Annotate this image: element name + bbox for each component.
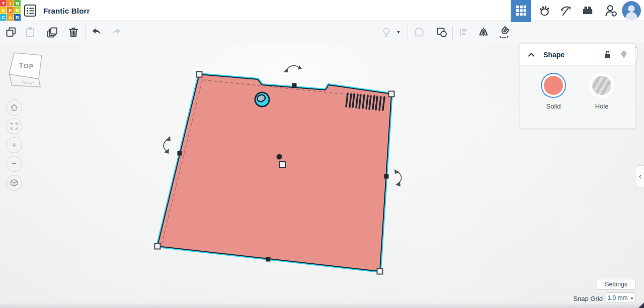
undo-button[interactable] xyxy=(87,22,107,43)
home-view-button[interactable] xyxy=(6,99,22,116)
logo-tile: R xyxy=(14,7,21,14)
undo-icon xyxy=(91,26,103,38)
chevron-up-icon xyxy=(527,50,536,59)
sim-lab-button[interactable] xyxy=(534,0,555,21)
design-title[interactable]: Frantic Blorr xyxy=(43,0,90,21)
ungroup-icon xyxy=(436,26,448,38)
shape-panel-body: Solid Hole xyxy=(520,66,635,128)
unlock-icon[interactable] xyxy=(602,49,613,60)
home-icon xyxy=(10,103,19,112)
bottom-right-corner-wedge xyxy=(638,302,644,308)
hole-option[interactable]: Hole xyxy=(586,73,617,128)
active-tab-indicator xyxy=(511,20,531,22)
view-cube[interactable]: TOP FRONT xyxy=(5,49,50,96)
view-cube-top-label: TOP xyxy=(19,62,34,71)
zoom-in-button[interactable]: + xyxy=(6,137,22,153)
settings-button[interactable]: Settings xyxy=(597,279,635,290)
toolbar-divider xyxy=(408,26,408,39)
logo-tile: D xyxy=(14,14,21,21)
top-bar: T I N K E R C A D Frantic Blorr xyxy=(0,0,644,21)
ungroup-button[interactable] xyxy=(432,22,452,43)
snap-grid-label: Snap Grid xyxy=(557,295,603,302)
rotate-handle-top[interactable] xyxy=(283,65,302,72)
lightbulb-icon[interactable] xyxy=(619,49,629,60)
group-button[interactable] xyxy=(409,22,429,43)
duplicate-button[interactable] xyxy=(42,22,62,43)
solid-swatch-ring xyxy=(541,73,566,98)
hole-label: Hole xyxy=(595,102,609,110)
solid-option[interactable]: Solid xyxy=(538,73,569,128)
mirror-button[interactable] xyxy=(473,22,494,43)
mirror-icon xyxy=(477,26,490,38)
logo-tile: E xyxy=(7,7,14,14)
ortho-cube-icon xyxy=(10,178,19,187)
solid-label: Solid xyxy=(546,102,561,110)
center-handle[interactable] xyxy=(279,161,285,167)
group-icon xyxy=(413,26,425,38)
align-icon xyxy=(457,26,469,38)
caret-up-icon: ▲ xyxy=(630,296,634,299)
fit-view-icon xyxy=(10,122,19,131)
copy-button[interactable] xyxy=(1,22,21,43)
hole-swatch-ring xyxy=(589,73,614,98)
hole-swatch-fill xyxy=(592,76,611,95)
copy-icon xyxy=(5,26,17,38)
minus-icon: − xyxy=(12,159,17,169)
redo-icon xyxy=(110,26,122,38)
chevron-left-icon: ‹ xyxy=(639,172,641,181)
brick-icon xyxy=(581,4,594,17)
logo-tile: C xyxy=(0,14,7,21)
minecraft-button[interactable] xyxy=(555,0,576,21)
tinkercad-logo[interactable]: T I N K E R C A D xyxy=(0,0,21,21)
zoom-out-button[interactable]: − xyxy=(6,156,22,172)
redo-button[interactable] xyxy=(106,22,126,43)
account-avatar[interactable] xyxy=(620,0,642,21)
design-properties-button[interactable] xyxy=(23,4,37,18)
shape-panel-header: Shape xyxy=(520,44,635,66)
toolbar-divider xyxy=(85,26,86,39)
logo-tile: K xyxy=(0,7,7,14)
person-add-icon xyxy=(604,4,618,18)
invite-people-button[interactable] xyxy=(600,0,621,21)
perspective-toggle-button[interactable] xyxy=(6,175,22,191)
collapse-panel-button[interactable] xyxy=(526,50,536,60)
edit-toolbar: ▼ Import Expo xyxy=(0,22,644,43)
snap-magnet-button[interactable] xyxy=(495,22,515,43)
duplicate-icon xyxy=(46,26,58,38)
paw-icon xyxy=(538,4,551,17)
align-button[interactable] xyxy=(453,22,473,43)
rotate-handle-left[interactable] xyxy=(164,136,171,154)
bottom-shadow xyxy=(0,302,644,308)
snap-grid-value: 1.0 mm xyxy=(608,294,628,301)
paste-icon xyxy=(24,26,36,38)
logo-tile: T xyxy=(0,0,7,7)
shape-hole xyxy=(255,92,269,107)
lego-button[interactable] xyxy=(577,0,598,21)
magnet-icon xyxy=(498,26,511,39)
logo-tile: I xyxy=(7,0,14,7)
tinkercad-app: { "app": { "title": "Frantic Blorr" }, "… xyxy=(0,0,644,308)
logo-tile: N xyxy=(14,0,21,7)
dashboard-button[interactable] xyxy=(511,0,531,21)
caret-down-icon: ▼ xyxy=(396,30,401,35)
shape-inspector-panel: Shape Solid Hole xyxy=(520,43,635,128)
trash-icon xyxy=(67,26,79,38)
rotate-handle-right[interactable] xyxy=(394,169,401,186)
avatar-icon xyxy=(622,1,641,20)
pickaxe-icon xyxy=(559,4,572,17)
shape-panel-title: Shape xyxy=(543,51,565,59)
show-hidden-dropdown[interactable]: ▼ xyxy=(392,22,405,43)
lightbulb-icon xyxy=(380,26,392,38)
plus-icon: + xyxy=(12,140,17,150)
fit-view-button[interactable] xyxy=(6,118,22,134)
logo-tile: A xyxy=(7,14,14,21)
list-icon xyxy=(23,4,37,18)
toolbar-divider xyxy=(452,26,453,39)
delete-button[interactable] xyxy=(63,22,84,43)
solid-swatch-fill xyxy=(544,76,563,95)
sidebar-expand-tab[interactable]: ‹ xyxy=(635,165,644,187)
height-handle[interactable] xyxy=(277,154,282,160)
grid-icon xyxy=(516,5,527,16)
paste-button[interactable] xyxy=(20,22,40,43)
snap-grid-dropdown[interactable]: 1.0 mm ▲ xyxy=(606,292,635,303)
